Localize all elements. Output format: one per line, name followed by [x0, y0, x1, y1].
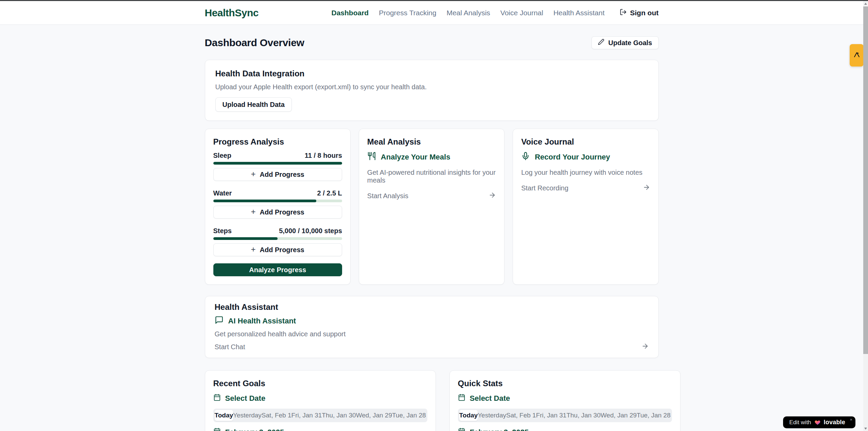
date-tab-yesterday[interactable]: Yesterday — [233, 410, 262, 421]
steps-progress-fill — [213, 237, 278, 240]
sleep-metric: Sleep 11 / 8 hours +Add Progress — [213, 152, 342, 181]
start-analysis-action[interactable]: Start Analysis — [367, 191, 496, 201]
start-recording-label: Start Recording — [521, 184, 568, 192]
recent-goals-select-date[interactable]: Select Date — [213, 394, 427, 403]
date-tab-sat-feb-1[interactable]: Sat, Feb 1 — [506, 410, 536, 421]
select-date-label: Select Date — [470, 394, 510, 403]
recent-goals-card: Recent Goals Select Date Today Yesterday… — [205, 370, 436, 431]
date-tab-sat-feb-1[interactable]: Sat, Feb 1 — [262, 410, 291, 421]
quick-stats-current-date: February 3, 2025 — [458, 428, 672, 431]
meal-analysis-card: Meal Analysis Analyze Your Meals Get AI-… — [359, 129, 504, 285]
quick-stats-title: Quick Stats — [458, 379, 672, 388]
meal-analysis-title: Meal Analysis — [367, 137, 496, 147]
progress-analysis-card: Progress Analysis Sleep 11 / 8 hours +Ad… — [205, 129, 351, 285]
date-tab-wed-jan-29[interactable]: Wed, Jan 29 — [356, 410, 392, 421]
voice-journal-card: Voice Journal Record Your Journey Log yo… — [513, 129, 658, 285]
date-tab-fri-jan-31[interactable]: Fri, Jan 31 — [536, 410, 567, 421]
microphone-icon — [521, 152, 530, 163]
add-progress-label: Add Progress — [260, 171, 304, 179]
date-tab-thu-jan-30[interactable]: Thu, Jan 30 — [566, 410, 600, 421]
lovable-logo-icon — [853, 51, 861, 60]
calendar-icon — [458, 394, 465, 403]
water-progress-fill — [213, 200, 316, 202]
steps-add-progress-button[interactable]: +Add Progress — [213, 243, 342, 256]
steps-value: 5,000 / 10,000 steps — [279, 227, 342, 235]
health-data-integration-card: Health Data Integration Upload your Appl… — [205, 60, 659, 121]
water-value: 2 / 2.5 L — [317, 189, 342, 197]
plus-icon: + — [251, 245, 256, 254]
date-tab-today[interactable]: Today — [215, 410, 233, 421]
steps-metric: Steps 5,000 / 10,000 steps +Add Progress — [213, 227, 342, 256]
sleep-progress-fill — [213, 162, 342, 165]
analyze-your-meals-link[interactable]: Analyze Your Meals — [367, 152, 496, 163]
current-date-label: February 3, 2025 — [470, 428, 529, 431]
water-add-progress-button[interactable]: +Add Progress — [213, 206, 342, 219]
nav-voice-journal[interactable]: Voice Journal — [500, 9, 543, 17]
ai-health-assistant-link[interactable]: AI Health Assistant — [215, 316, 649, 326]
nav-dashboard[interactable]: Dashboard — [332, 9, 369, 17]
quick-stats-card: Quick Stats Select Date Today Yesterday … — [449, 370, 680, 431]
utensils-icon — [367, 152, 376, 163]
recent-goals-date-tabs: Today Yesterday Sat, Feb 1 Fri, Jan 31 T… — [213, 409, 427, 422]
voice-journal-title: Voice Journal — [521, 137, 650, 147]
health-assistant-title: Health Assistant — [215, 302, 649, 312]
date-tab-tue-jan-28[interactable]: Tue, Jan 28 — [392, 410, 426, 421]
update-goals-button[interactable]: Update Goals — [591, 36, 659, 49]
sleep-progress-bar — [213, 162, 342, 165]
top-navbar: HealthSync Dashboard Progress Tracking M… — [0, 1, 863, 25]
arrow-right-icon — [643, 184, 650, 193]
voice-journal-description: Log your health journey with voice notes — [521, 169, 650, 176]
water-metric: Water 2 / 2.5 L +Add Progress — [213, 189, 342, 219]
date-tab-wed-jan-29[interactable]: Wed, Jan 29 — [601, 410, 637, 421]
record-your-journey-label: Record Your Journey — [535, 153, 610, 162]
scrollbar-up-icon[interactable] — [863, 1, 868, 6]
ai-health-assistant-label: AI Health Assistant — [228, 317, 296, 325]
app-logo: HealthSync — [205, 7, 259, 19]
add-progress-label: Add Progress — [260, 246, 304, 254]
main-nav: Dashboard Progress Tracking Meal Analysi… — [332, 8, 659, 17]
upload-health-data-button[interactable]: Upload Health Data — [215, 97, 292, 112]
analyze-progress-button[interactable]: Analyze Progress — [213, 263, 342, 276]
integration-title: Health Data Integration — [215, 69, 648, 78]
date-tab-tue-jan-28[interactable]: Tue, Jan 28 — [637, 410, 671, 421]
progress-analysis-title: Progress Analysis — [213, 137, 342, 147]
add-progress-label: Add Progress — [260, 208, 304, 216]
start-analysis-label: Start Analysis — [367, 192, 408, 200]
sign-out-button[interactable]: Sign out — [620, 8, 659, 17]
integration-description: Upload your Apple Health export (export.… — [215, 83, 648, 91]
message-square-icon — [215, 316, 224, 326]
date-tab-thu-jan-30[interactable]: Thu, Jan 30 — [322, 410, 356, 421]
scrollbar-down-icon[interactable] — [863, 426, 868, 431]
water-label: Water — [213, 189, 232, 197]
edit-with-lovable-badge[interactable]: Edit with lovable × — [783, 416, 855, 428]
steps-label: Steps — [213, 227, 232, 235]
page-title: Dashboard Overview — [205, 37, 304, 49]
nav-progress-tracking[interactable]: Progress Tracking — [379, 9, 436, 17]
lovable-select-tool-button[interactable] — [850, 44, 864, 67]
log-out-icon — [620, 8, 627, 17]
badge-close-icon[interactable]: × — [850, 417, 852, 422]
recent-goals-current-date: February 3, 2025 — [213, 428, 427, 431]
nav-meal-analysis[interactable]: Meal Analysis — [446, 9, 490, 17]
sleep-add-progress-button[interactable]: +Add Progress — [213, 168, 342, 181]
date-tab-yesterday[interactable]: Yesterday — [478, 410, 506, 421]
quick-stats-date-tabs: Today Yesterday Sat, Feb 1 Fri, Jan 31 T… — [458, 409, 672, 422]
health-assistant-description: Get personalized health advice and suppo… — [215, 330, 649, 338]
start-chat-action[interactable]: Start Chat — [215, 342, 649, 352]
start-recording-action[interactable]: Start Recording — [521, 184, 650, 193]
plus-icon: + — [251, 208, 256, 216]
scrollbar-thumb[interactable] — [863, 6, 868, 354]
gradient-heart-icon — [814, 419, 821, 426]
water-progress-bar — [213, 200, 342, 202]
page-scrollbar[interactable] — [863, 1, 868, 431]
sign-out-label: Sign out — [630, 9, 659, 17]
nav-health-assistant[interactable]: Health Assistant — [553, 9, 605, 17]
update-goals-label: Update Goals — [608, 39, 652, 47]
calendar-icon — [213, 394, 221, 403]
date-tab-today[interactable]: Today — [459, 410, 478, 421]
quick-stats-select-date[interactable]: Select Date — [458, 394, 672, 403]
record-your-journey-link[interactable]: Record Your Journey — [521, 152, 650, 163]
date-tab-fri-jan-31[interactable]: Fri, Jan 31 — [291, 410, 322, 421]
current-date-label: February 3, 2025 — [225, 428, 284, 431]
meal-analysis-description: Get AI-powered nutritional insights for … — [367, 169, 496, 184]
